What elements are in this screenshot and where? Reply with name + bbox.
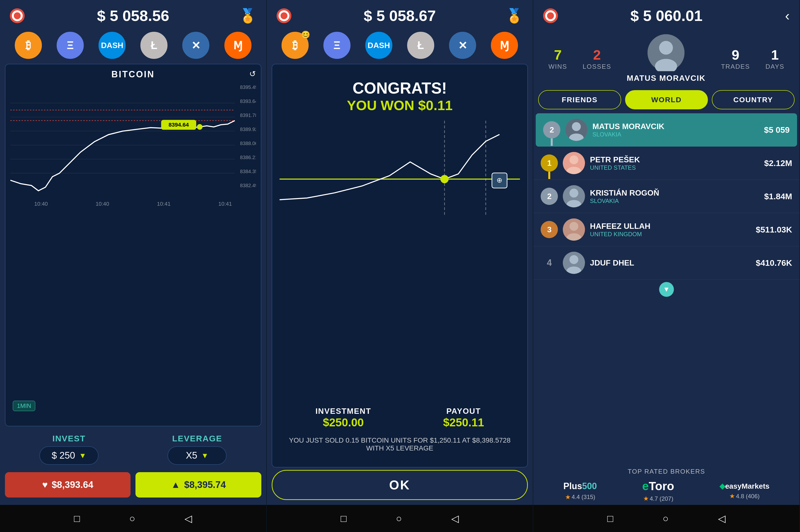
trade-controls-1: INVEST $ 250 ▼ LEVERAGE X5 ▼ <box>0 426 266 470</box>
leader-item-4[interactable]: 4 JDUF DHEL $410.76K <box>533 246 800 280</box>
nav-circle-3[interactable]: ○ <box>663 513 668 524</box>
svg-point-22 <box>440 175 449 183</box>
leader-info-4: JDUF DHEL <box>590 258 751 267</box>
username: MATUS MORAVCIK <box>627 74 705 83</box>
leader-info-1: PETR PEŠEK UNITED STATES <box>590 155 759 171</box>
refresh-icon-1[interactable]: ↺ <box>249 69 256 79</box>
broker-etoro[interactable]: eToro ★ 4.7 (207) <box>642 479 674 502</box>
etoro-rating: 4.7 (207) <box>650 495 673 502</box>
rank-badge-self: 2 <box>543 121 560 138</box>
btc-icon-2[interactable]: ₿ <box>282 32 309 59</box>
payout-label: PAYOUT <box>443 407 484 416</box>
nav-back-1[interactable]: ◁ <box>185 513 192 524</box>
scroll-down[interactable]: ▼ <box>533 280 800 299</box>
leverage-value: X5 <box>186 450 197 461</box>
etoro-stars: ★ 4.7 (207) <box>643 495 673 502</box>
nav-square-2[interactable]: □ <box>341 513 346 524</box>
plus500-logo: Plus500 <box>563 481 597 491</box>
top-bar-1: $ 5 058.56 🏅 <box>0 0 266 29</box>
tab-country[interactable]: COUNTRY <box>712 90 795 109</box>
tab-friends[interactable]: FRIENDS <box>538 90 621 109</box>
avatar-4 <box>563 252 585 274</box>
leader-amount-3: $511.03K <box>756 225 792 234</box>
nav-back-2[interactable]: ◁ <box>451 513 459 524</box>
leader-item-self[interactable]: 2 MATUS MORAVCIK SLOVAKIA $5 059 <box>536 113 797 147</box>
xrp-icon-2[interactable]: ✕ <box>449 32 476 59</box>
lifebuoy-icon-3[interactable] <box>543 8 558 23</box>
nav-circle-2[interactable]: ○ <box>396 513 402 524</box>
leader-info-3: HAFEEZ ULLAH UNITED KINGDOM <box>590 222 751 238</box>
leader-name-3: HAFEEZ ULLAH <box>590 222 751 231</box>
ok-button[interactable]: OK <box>272 470 528 500</box>
dash-icon-1[interactable]: DASH <box>98 32 126 59</box>
leader-info-self: MATUS MORAVCIK SLOVAKIA <box>592 122 759 138</box>
lifebuoy-icon-1[interactable] <box>10 8 25 23</box>
nav-square-1[interactable]: □ <box>74 513 80 524</box>
ltc-icon-2[interactable]: Ł <box>407 32 434 59</box>
losses-label: LOSSES <box>583 63 611 71</box>
rank-badge-1: 1 <box>541 154 558 172</box>
xmr-icon-1[interactable]: Ɱ <box>224 32 251 59</box>
panel-3: $ 5 060.01 ‹ 7 WINS 2 LOSSES MATUS MORAV… <box>533 0 800 532</box>
leader-amount-2: $1.84M <box>764 192 792 201</box>
leverage-group: LEVERAGE X5 ▼ <box>168 434 227 465</box>
profile-avatar <box>648 34 685 71</box>
eth-icon-2[interactable]: Ξ <box>323 32 350 59</box>
nav-back-3[interactable]: ◁ <box>718 513 726 524</box>
tab-world[interactable]: WORLD <box>625 90 708 109</box>
easymarkets-rating: 4.8 (406) <box>736 493 760 500</box>
trades-label: TRADES <box>721 63 750 71</box>
congrats-box: CONGRATS! YOU WON $0.11 ⊕ INVESTM <box>272 64 528 468</box>
leader-item-1[interactable]: 1 PETR PEŠEK UNITED STATES $2.12M <box>533 147 800 180</box>
broker-easymarkets[interactable]: ◆easyMarkets ★ 4.8 (406) <box>720 482 769 500</box>
broker-plus500[interactable]: Plus500 ★ 4.4 (315) <box>563 481 597 501</box>
svg-point-16 <box>197 124 203 130</box>
invest-input[interactable]: $ 250 ▼ <box>39 446 98 465</box>
eth-icon-1[interactable]: Ξ <box>57 32 84 59</box>
xrp-icon-1[interactable]: ✕ <box>182 32 209 59</box>
chart-area-1: BITCOIN ↺ 8395.49 8393.64 8391.78 8389.9… <box>5 64 261 426</box>
congrats-description: YOU JUST SOLD 0.15 BITCOIN UNITS FOR $1,… <box>280 436 520 452</box>
lifebuoy-icon-2[interactable] <box>277 8 291 23</box>
svg-text:8391.78: 8391.78 <box>240 113 256 118</box>
buy-button[interactable]: ▲ $8,395.74 <box>135 472 261 497</box>
buy-price: $8,395.74 <box>184 479 226 490</box>
btc-icon-1[interactable]: ₿ <box>15 32 42 59</box>
brokers-title: TOP RATED BROKERS <box>541 468 792 475</box>
leader-name-self: MATUS MORAVCIK <box>592 122 759 131</box>
time-label-4: 10:41 <box>218 201 232 207</box>
android-nav-1: □ ○ ◁ <box>0 505 266 532</box>
android-nav-3: □ ○ ◁ <box>533 505 800 532</box>
down-arrow-icon[interactable]: ▼ <box>659 282 674 297</box>
nav-circle-1[interactable]: ○ <box>129 513 135 524</box>
trades-count: 9 <box>721 47 750 63</box>
leader-country-2: SLOVAKIA <box>590 197 759 205</box>
invest-dropdown-icon[interactable]: ▼ <box>79 452 87 460</box>
time-label-3: 10:41 <box>157 201 170 207</box>
sell-button[interactable]: ♥ $8,393.64 <box>5 472 131 497</box>
leverage-input[interactable]: X5 ▼ <box>168 446 227 465</box>
crypto-row-2: ₿ Ξ DASH Ł ✕ Ɱ <box>267 29 533 64</box>
leader-country-1: UNITED STATES <box>590 164 759 171</box>
congrats-title: CONGRATS! <box>353 79 447 97</box>
leader-country-self: SLOVAKIA <box>592 131 759 138</box>
avatar-2 <box>563 185 585 207</box>
ltc-icon-1[interactable]: Ł <box>140 32 168 59</box>
xmr-icon-2[interactable]: Ɱ <box>491 32 518 59</box>
back-arrow-icon[interactable]: ‹ <box>785 8 790 24</box>
dash-icon-2[interactable]: DASH <box>365 32 392 59</box>
leader-amount-4: $410.76K <box>756 258 792 268</box>
days-block: 1 DAYS <box>765 47 784 71</box>
leader-name-1: PETR PEŠEK <box>590 155 759 164</box>
payout-item: PAYOUT $250.11 <box>443 407 484 429</box>
leverage-dropdown-icon[interactable]: ▼ <box>201 452 209 460</box>
leader-item-2[interactable]: 2 KRISTIÁN ROGOŇ SLOVAKIA $1.84M <box>533 180 800 213</box>
leaderboard-list: 2 MATUS MORAVCIK SLOVAKIA $5 059 1 <box>533 113 800 463</box>
nav-square-3[interactable]: □ <box>607 513 613 524</box>
time-badge-1[interactable]: 1MIN <box>13 401 35 411</box>
tab-row: FRIENDS WORLD COUNTRY <box>533 88 800 113</box>
profile-section: 7 WINS 2 LOSSES MATUS MORAVCIK 9 TRADES … <box>533 29 800 88</box>
leader-item-3[interactable]: 3 HAFEEZ ULLAH UNITED KINGDOM $511.03K <box>533 213 800 246</box>
svg-text:8384.35: 8384.35 <box>240 169 256 174</box>
plus500-rating: 4.4 (315) <box>572 494 595 500</box>
